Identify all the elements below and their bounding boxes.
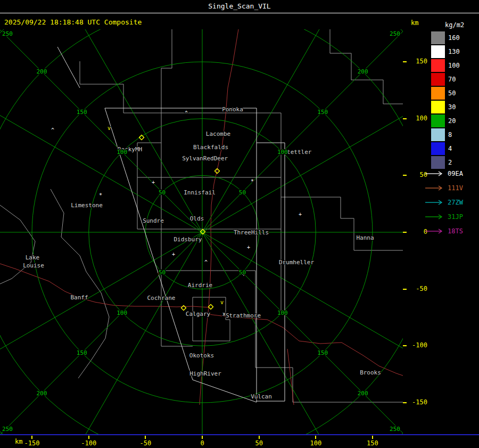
ring-label-50: 50 bbox=[239, 269, 246, 276]
legend-value: 50 bbox=[448, 89, 456, 97]
ring-label-100: 100 bbox=[117, 149, 127, 156]
city-label-threehills: ThreeHills bbox=[234, 229, 269, 236]
bottom-axis-tick bbox=[88, 436, 89, 439]
city-label-innisfail: Innisfail bbox=[184, 189, 216, 196]
city-label-strathmore: Strathmore bbox=[226, 312, 261, 319]
map-marker-icon: * bbox=[99, 192, 102, 198]
legend-row: 70 bbox=[431, 72, 479, 86]
right-axis-tick bbox=[403, 61, 407, 62]
bottom-axis-label: -100 bbox=[77, 439, 101, 447]
city-label-hanna: Hanna bbox=[356, 234, 374, 241]
bottom-axis-label: 150 bbox=[361, 439, 384, 447]
city-label-ponoka: Ponoka bbox=[222, 106, 243, 113]
city-label-olds: Olds bbox=[190, 215, 204, 222]
bottom-axis-label: 0 bbox=[191, 439, 214, 447]
legend-value: 20 bbox=[448, 117, 456, 125]
site-markers: vv^^+**+^+++x bbox=[51, 110, 302, 317]
ring-label-100: 100 bbox=[277, 149, 288, 156]
legend-row: 130 bbox=[431, 45, 479, 59]
legend-value: 30 bbox=[448, 103, 456, 111]
bottom-axis-unit: km bbox=[15, 438, 22, 445]
ring-label-200: 200 bbox=[36, 390, 47, 397]
scan-timestamp: 2025/09/22 18:18:48 UTC Composite bbox=[4, 18, 142, 26]
city-label-limestone: Limestone bbox=[71, 202, 103, 209]
legend-entries: 16013010070503020842 bbox=[431, 31, 479, 169]
site-arrow-icon bbox=[425, 185, 445, 191]
bottom-axis-tick bbox=[372, 436, 373, 439]
ring-label-50: 50 bbox=[159, 189, 166, 196]
map-marker-icon: + bbox=[299, 211, 302, 217]
ring-label-250: 250 bbox=[2, 426, 13, 433]
radar-coverage-outline bbox=[57, 47, 285, 402]
bottom-axis-label: -50 bbox=[134, 439, 157, 447]
site-id-label: 111V bbox=[448, 184, 463, 192]
legend-swatch bbox=[431, 101, 445, 113]
ring-label-150: 150 bbox=[317, 349, 328, 356]
radar-site-diamond-icon bbox=[181, 306, 186, 311]
site-arrow-icon bbox=[425, 228, 445, 234]
legend-value: 70 bbox=[448, 76, 456, 83]
right-axis-label: -100 bbox=[407, 341, 427, 349]
legend-value: 2 bbox=[448, 159, 452, 166]
ring-label-100: 100 bbox=[117, 309, 127, 316]
color-legend: kg/m2 16013010070503020842 bbox=[431, 21, 479, 169]
map-marker-icon: + bbox=[247, 245, 250, 250]
map-marker-icon: ^ bbox=[204, 259, 208, 265]
legend-value: 8 bbox=[448, 131, 452, 139]
right-axis-label: 100 bbox=[407, 115, 427, 122]
legend-row: 100 bbox=[431, 59, 479, 72]
legend-row: 160 bbox=[431, 31, 479, 45]
right-axis-label: -150 bbox=[407, 398, 427, 406]
bottom-axis-tick bbox=[259, 436, 260, 439]
map-marker-icon: ^ bbox=[51, 127, 54, 133]
ring-label-150: 150 bbox=[77, 109, 87, 116]
right-axis-tick bbox=[403, 345, 407, 346]
bottom-axis-tick bbox=[31, 436, 32, 439]
ring-label-150: 150 bbox=[77, 349, 87, 356]
right-axis-tick bbox=[403, 232, 407, 233]
radial-line-60 bbox=[202, 82, 403, 233]
legend-swatch bbox=[431, 128, 445, 141]
site-legend-row: 27ZW bbox=[425, 195, 479, 209]
bottom-axis-tick bbox=[145, 436, 146, 439]
radar-map-svg[interactable]: vv^^+**+^+++x PonokaLacombeBlackfaldsSyl… bbox=[0, 29, 403, 434]
ring-label-50: 50 bbox=[159, 269, 166, 276]
city-label-sylvan: Sylvan bbox=[182, 155, 203, 162]
right-axis-tick bbox=[403, 402, 407, 403]
right-axis-tick bbox=[403, 289, 407, 290]
site-id-label: 31JP bbox=[448, 213, 463, 221]
legend-value: 160 bbox=[448, 34, 460, 42]
bottom-axis-tick bbox=[315, 436, 316, 439]
ring-label-100: 100 bbox=[277, 309, 288, 316]
radial-line-120 bbox=[202, 232, 403, 383]
site-arrow-icon bbox=[425, 214, 445, 220]
site-arrow-icon bbox=[425, 170, 445, 177]
city-label-didsbury: Didsbury bbox=[174, 236, 202, 243]
legend-swatch bbox=[431, 142, 445, 155]
legend-value: 100 bbox=[448, 62, 460, 69]
radar-site-legend: 09EA111V27ZW31JP18TS bbox=[425, 166, 479, 238]
radial-line-300 bbox=[0, 82, 202, 233]
site-legend-row: 31JP bbox=[425, 209, 479, 224]
map-marker-icon: v bbox=[220, 299, 224, 305]
bottom-axis-label: 100 bbox=[304, 439, 327, 447]
city-label-lacombe: Lacombe bbox=[206, 131, 230, 137]
site-id-label: 09EA bbox=[448, 170, 463, 177]
ring-label-150: 150 bbox=[317, 109, 328, 116]
radar-map-canvas[interactable]: vv^^+**+^+++x PonokaLacombeBlackfaldsSyl… bbox=[0, 29, 403, 434]
legend-row: 50 bbox=[431, 86, 479, 100]
legend-swatch bbox=[431, 45, 445, 58]
site-legend-row: 111V bbox=[425, 181, 479, 195]
bottom-axis-label: -150 bbox=[20, 439, 44, 447]
site-arrow-icon bbox=[425, 199, 445, 206]
legend-swatch bbox=[431, 73, 445, 86]
legend-value: 4 bbox=[448, 145, 452, 152]
legend-swatch bbox=[431, 115, 445, 127]
radial-line-150 bbox=[202, 232, 353, 434]
legend-row: 8 bbox=[431, 128, 479, 142]
city-label-reddeer: RedDeer bbox=[203, 155, 228, 162]
city-label-drumheller: Drumheller bbox=[279, 259, 315, 266]
map-marker-icon: v bbox=[108, 125, 111, 131]
city-label-blackfalds: Blackfalds bbox=[193, 144, 228, 151]
legend-value: 130 bbox=[448, 48, 460, 55]
